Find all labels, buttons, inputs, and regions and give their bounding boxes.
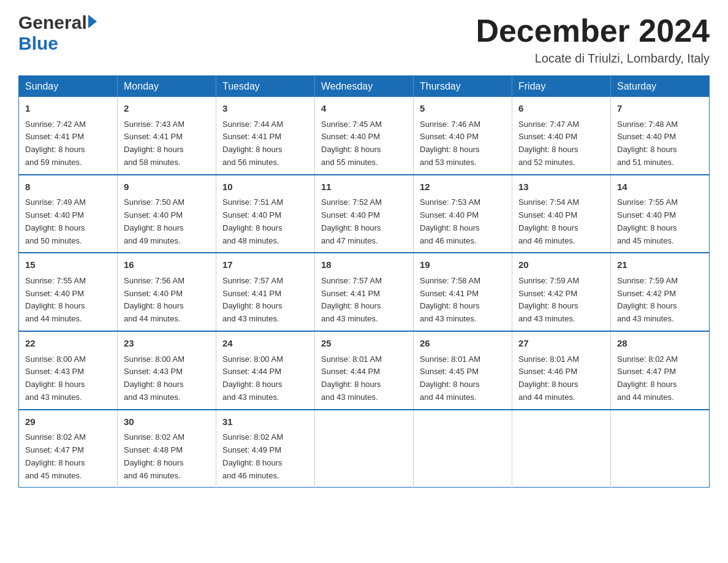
header-friday: Friday xyxy=(512,76,611,98)
day-number: 17 xyxy=(222,258,308,272)
calendar-cell: 12Sunrise: 7:53 AMSunset: 4:40 PMDayligh… xyxy=(414,175,512,253)
calendar-cell: 15Sunrise: 7:55 AMSunset: 4:40 PMDayligh… xyxy=(19,253,118,331)
day-info: Sunrise: 7:42 AMSunset: 4:41 PMDaylight:… xyxy=(25,118,111,169)
logo: General Blue xyxy=(18,12,97,54)
day-info: Sunrise: 7:46 AMSunset: 4:40 PMDaylight:… xyxy=(420,118,506,169)
day-info: Sunrise: 8:01 AMSunset: 4:44 PMDaylight:… xyxy=(321,353,407,404)
calendar-week-row: 22Sunrise: 8:00 AMSunset: 4:43 PMDayligh… xyxy=(19,331,710,410)
day-number: 13 xyxy=(518,180,604,194)
day-info: Sunrise: 7:55 AMSunset: 4:40 PMDaylight:… xyxy=(617,196,703,247)
calendar-cell: 17Sunrise: 7:57 AMSunset: 4:41 PMDayligh… xyxy=(216,253,315,331)
day-info: Sunrise: 7:52 AMSunset: 4:40 PMDaylight:… xyxy=(321,196,407,247)
header-wednesday: Wednesday xyxy=(315,76,414,98)
calendar-cell: 6Sunrise: 7:47 AMSunset: 4:40 PMDaylight… xyxy=(512,97,611,175)
day-info: Sunrise: 7:51 AMSunset: 4:40 PMDaylight:… xyxy=(222,196,308,247)
day-number: 10 xyxy=(222,180,308,194)
calendar-cell: 20Sunrise: 7:59 AMSunset: 4:42 PMDayligh… xyxy=(512,253,611,331)
day-info: Sunrise: 7:57 AMSunset: 4:41 PMDaylight:… xyxy=(222,275,308,326)
calendar-cell: 14Sunrise: 7:55 AMSunset: 4:40 PMDayligh… xyxy=(611,175,710,253)
day-number: 8 xyxy=(25,180,111,194)
logo-general-text: General xyxy=(18,12,87,33)
month-title: December 2024 xyxy=(476,12,710,49)
day-number: 26 xyxy=(420,337,506,351)
calendar-cell xyxy=(512,410,611,488)
day-info: Sunrise: 7:54 AMSunset: 4:40 PMDaylight:… xyxy=(518,196,604,247)
day-info: Sunrise: 8:02 AMSunset: 4:47 PMDaylight:… xyxy=(25,431,111,482)
day-number: 9 xyxy=(124,180,210,194)
day-info: Sunrise: 7:53 AMSunset: 4:40 PMDaylight:… xyxy=(420,196,506,247)
calendar-cell: 26Sunrise: 8:01 AMSunset: 4:45 PMDayligh… xyxy=(414,331,512,410)
day-number: 28 xyxy=(617,337,703,351)
day-number: 30 xyxy=(124,415,210,429)
page-header: General Blue December 2024 Locate di Tri… xyxy=(18,12,710,66)
day-info: Sunrise: 7:50 AMSunset: 4:40 PMDaylight:… xyxy=(124,196,210,247)
calendar-cell: 2Sunrise: 7:43 AMSunset: 4:41 PMDaylight… xyxy=(118,97,216,175)
day-number: 21 xyxy=(617,258,703,272)
day-number: 6 xyxy=(518,102,604,116)
calendar-week-row: 1Sunrise: 7:42 AMSunset: 4:41 PMDaylight… xyxy=(19,97,710,175)
calendar-cell: 8Sunrise: 7:49 AMSunset: 4:40 PMDaylight… xyxy=(19,175,118,253)
calendar-cell: 13Sunrise: 7:54 AMSunset: 4:40 PMDayligh… xyxy=(512,175,611,253)
day-info: Sunrise: 8:00 AMSunset: 4:43 PMDaylight:… xyxy=(124,353,210,404)
calendar-cell: 1Sunrise: 7:42 AMSunset: 4:41 PMDaylight… xyxy=(19,97,118,175)
day-info: Sunrise: 7:55 AMSunset: 4:40 PMDaylight:… xyxy=(25,275,111,326)
header-monday: Monday xyxy=(118,76,216,98)
calendar-cell: 28Sunrise: 8:02 AMSunset: 4:47 PMDayligh… xyxy=(611,331,710,410)
calendar-cell: 31Sunrise: 8:02 AMSunset: 4:49 PMDayligh… xyxy=(216,410,315,488)
day-info: Sunrise: 7:47 AMSunset: 4:40 PMDaylight:… xyxy=(518,118,604,169)
calendar-cell: 22Sunrise: 8:00 AMSunset: 4:43 PMDayligh… xyxy=(19,331,118,410)
day-number: 11 xyxy=(321,180,407,194)
day-number: 4 xyxy=(321,102,407,116)
calendar-cell: 5Sunrise: 7:46 AMSunset: 4:40 PMDaylight… xyxy=(414,97,512,175)
logo-blue-text: Blue xyxy=(18,33,58,54)
day-info: Sunrise: 8:00 AMSunset: 4:43 PMDaylight:… xyxy=(25,353,111,404)
day-info: Sunrise: 8:01 AMSunset: 4:46 PMDaylight:… xyxy=(518,353,604,404)
calendar-cell xyxy=(315,410,414,488)
day-info: Sunrise: 7:48 AMSunset: 4:40 PMDaylight:… xyxy=(617,118,703,169)
header-tuesday: Tuesday xyxy=(216,76,315,98)
day-info: Sunrise: 7:57 AMSunset: 4:41 PMDaylight:… xyxy=(321,275,407,326)
calendar-cell: 19Sunrise: 7:58 AMSunset: 4:41 PMDayligh… xyxy=(414,253,512,331)
day-info: Sunrise: 7:49 AMSunset: 4:40 PMDaylight:… xyxy=(25,196,111,247)
title-section: December 2024 Locate di Triulzi, Lombard… xyxy=(476,12,710,66)
calendar-cell: 21Sunrise: 7:59 AMSunset: 4:42 PMDayligh… xyxy=(611,253,710,331)
day-number: 2 xyxy=(124,102,210,116)
day-info: Sunrise: 8:01 AMSunset: 4:45 PMDaylight:… xyxy=(420,353,506,404)
calendar-week-row: 8Sunrise: 7:49 AMSunset: 4:40 PMDaylight… xyxy=(19,175,710,253)
calendar-cell: 7Sunrise: 7:48 AMSunset: 4:40 PMDaylight… xyxy=(611,97,710,175)
calendar-cell: 25Sunrise: 8:01 AMSunset: 4:44 PMDayligh… xyxy=(315,331,414,410)
day-number: 1 xyxy=(25,102,111,116)
calendar-cell: 11Sunrise: 7:52 AMSunset: 4:40 PMDayligh… xyxy=(315,175,414,253)
location-subtitle: Locate di Triulzi, Lombardy, Italy xyxy=(476,52,710,66)
calendar-cell: 29Sunrise: 8:02 AMSunset: 4:47 PMDayligh… xyxy=(19,410,118,488)
day-number: 23 xyxy=(124,337,210,351)
day-number: 31 xyxy=(222,415,308,429)
calendar-week-row: 29Sunrise: 8:02 AMSunset: 4:47 PMDayligh… xyxy=(19,410,710,488)
calendar-cell: 24Sunrise: 8:00 AMSunset: 4:44 PMDayligh… xyxy=(216,331,315,410)
calendar-week-row: 15Sunrise: 7:55 AMSunset: 4:40 PMDayligh… xyxy=(19,253,710,331)
day-info: Sunrise: 7:56 AMSunset: 4:40 PMDaylight:… xyxy=(124,275,210,326)
day-info: Sunrise: 7:59 AMSunset: 4:42 PMDaylight:… xyxy=(518,275,604,326)
day-number: 18 xyxy=(321,258,407,272)
day-number: 22 xyxy=(25,337,111,351)
day-number: 19 xyxy=(420,258,506,272)
day-info: Sunrise: 8:02 AMSunset: 4:49 PMDaylight:… xyxy=(222,431,308,482)
day-number: 3 xyxy=(222,102,308,116)
calendar-table: SundayMondayTuesdayWednesdayThursdayFrid… xyxy=(18,75,710,488)
day-info: Sunrise: 8:02 AMSunset: 4:48 PMDaylight:… xyxy=(124,431,210,482)
day-number: 5 xyxy=(420,102,506,116)
header-thursday: Thursday xyxy=(414,76,512,98)
header-saturday: Saturday xyxy=(611,76,710,98)
calendar-cell xyxy=(611,410,710,488)
day-info: Sunrise: 8:00 AMSunset: 4:44 PMDaylight:… xyxy=(222,353,308,404)
day-number: 12 xyxy=(420,180,506,194)
calendar-cell xyxy=(414,410,512,488)
calendar-cell: 30Sunrise: 8:02 AMSunset: 4:48 PMDayligh… xyxy=(118,410,216,488)
calendar-cell: 27Sunrise: 8:01 AMSunset: 4:46 PMDayligh… xyxy=(512,331,611,410)
day-number: 29 xyxy=(25,415,111,429)
calendar-cell: 23Sunrise: 8:00 AMSunset: 4:43 PMDayligh… xyxy=(118,331,216,410)
day-info: Sunrise: 7:58 AMSunset: 4:41 PMDaylight:… xyxy=(420,275,506,326)
calendar-cell: 4Sunrise: 7:45 AMSunset: 4:40 PMDaylight… xyxy=(315,97,414,175)
calendar-cell: 10Sunrise: 7:51 AMSunset: 4:40 PMDayligh… xyxy=(216,175,315,253)
day-info: Sunrise: 7:43 AMSunset: 4:41 PMDaylight:… xyxy=(124,118,210,169)
